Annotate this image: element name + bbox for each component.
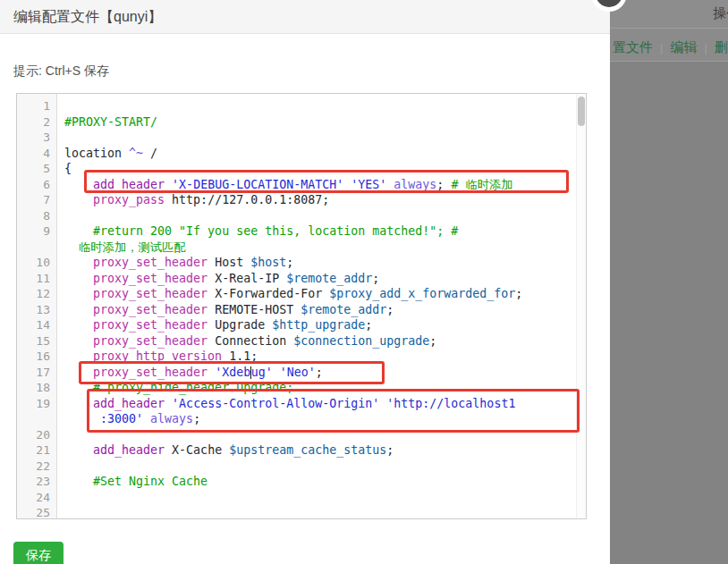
- code-line-text: [57, 208, 576, 224]
- code-line[interactable]: 19 add_header 'Access-Control-Allow-Orig…: [17, 396, 576, 412]
- code-token: [64, 412, 100, 425]
- background-table-header: [610, 0, 728, 28]
- code-token: [64, 381, 93, 394]
- code-line[interactable]: 10 proxy_set_header Host $host;: [17, 255, 576, 271]
- line-number: 22: [17, 459, 57, 475]
- code-line-text: location ^~ /: [57, 146, 576, 162]
- line-number: 20: [17, 427, 57, 443]
- code-line-text: proxy_http_version 1.1;: [57, 349, 576, 365]
- code-token: [64, 193, 93, 206]
- code-line[interactable]: 11 proxy_set_header X-Real-IP $remote_ad…: [17, 271, 576, 287]
- code-line[interactable]: 4location ^~ /: [17, 146, 576, 162]
- code-token: location: [64, 147, 129, 160]
- code-token: [64, 366, 93, 379]
- code-line-text: proxy_set_header Connection $connection_…: [57, 333, 576, 349]
- background-link[interactable]: 编辑: [670, 39, 697, 56]
- code-token: proxy_http_version: [93, 349, 222, 363]
- code-line[interactable]: 22: [17, 459, 576, 475]
- code-token: [165, 397, 172, 410]
- code-line[interactable]: 18 # proxy_hide_header Upgrade;: [17, 380, 576, 396]
- code-token: X-Forwarded-For: [207, 287, 329, 300]
- code-token: ;: [316, 366, 323, 379]
- line-number: 7: [17, 192, 57, 208]
- code-line[interactable]: 8: [17, 208, 576, 224]
- code-token: ;: [386, 443, 394, 457]
- code-token: proxy_set_header: [93, 287, 207, 300]
- line-number: 3: [17, 130, 57, 146]
- code-line[interactable]: :3000' always;: [17, 411, 576, 427]
- editor-scrollbar-thumb[interactable]: [578, 97, 585, 126]
- line-number: [17, 411, 57, 427]
- code-token: #return 200 "If you see this, location m…: [93, 224, 458, 238]
- code-line-text: proxy_set_header Host $host;: [57, 255, 576, 271]
- code-line[interactable]: 14 proxy_set_header Upgrade $http_upgrad…: [17, 317, 576, 333]
- background-link[interactable]: 置文件: [613, 39, 653, 56]
- code-editor[interactable]: 12#PROXY-START/34location ^~ /5{6 add_he…: [16, 93, 587, 519]
- code-token: proxy_set_header: [93, 318, 207, 332]
- line-number: 17: [17, 365, 57, 381]
- code-line[interactable]: 25: [17, 505, 576, 519]
- code-token: # proxy_hide_header Upgrade;: [93, 381, 293, 394]
- code-token: proxy_set_header: [93, 256, 207, 269]
- code-line-text: proxy_set_header X-Forwarded-For $proxy_…: [57, 286, 576, 302]
- code-line-text: proxy_set_header REMOTE-HOST $remote_add…: [57, 302, 576, 318]
- save-button[interactable]: 保存: [13, 542, 63, 564]
- code-line[interactable]: 7 proxy_pass http://127.0.0.1:8087;: [17, 192, 576, 208]
- line-number: 9: [17, 223, 57, 240]
- code-line[interactable]: 23 #Set Nginx Cache: [17, 474, 576, 490]
- code-line[interactable]: 21 add_header X-Cache $upstream_cache_st…: [17, 442, 576, 459]
- line-number: 8: [17, 208, 57, 224]
- code-line[interactable]: 2#PROXY-START/: [17, 114, 576, 130]
- code-token: add_header: [93, 178, 165, 191]
- background-link[interactable]: 删除: [715, 39, 728, 56]
- code-token: ;: [515, 287, 522, 300]
- code-token: 临时添加，测试匹配: [79, 240, 186, 254]
- line-number: 21: [17, 442, 57, 459]
- code-line[interactable]: 15 proxy_set_header Connection $connecti…: [17, 333, 576, 349]
- code-line[interactable]: 1: [17, 98, 576, 114]
- code-token: $upstream_cache_status: [229, 443, 386, 457]
- line-number: 1: [17, 98, 57, 114]
- code-token: proxy_set_header: [93, 334, 207, 348]
- code-line[interactable]: 12 proxy_set_header X-Forwarded-For $pro…: [17, 286, 576, 302]
- code-line[interactable]: 临时添加，测试匹配: [17, 240, 576, 256]
- code-token: ug': [251, 366, 273, 379]
- line-number: 11: [17, 271, 57, 287]
- code-token: $proxy_add_x_forwarded_for: [329, 287, 515, 300]
- code-line[interactable]: 17 proxy_set_header 'Xdebug' 'Neo';: [17, 365, 576, 381]
- code-token: [64, 224, 93, 238]
- code-token: Upgrade: [207, 318, 272, 332]
- code-line[interactable]: 3: [17, 130, 576, 146]
- code-line[interactable]: 6 add_header 'X-DEBUG-LOCATION-MATCH' 'Y…: [17, 177, 576, 193]
- code-line[interactable]: 24: [17, 490, 576, 506]
- code-line-text: add_header 'X-DEBUG-LOCATION-MATCH' 'YES…: [57, 177, 576, 193]
- code-line[interactable]: 13 proxy_set_header REMOTE-HOST $remote_…: [17, 302, 576, 318]
- code-line-text: [57, 427, 576, 443]
- editor-scrollbar-track[interactable]: [576, 94, 586, 518]
- code-line-text: # proxy_hide_header Upgrade;: [57, 380, 576, 396]
- code-token: 1.1;: [222, 349, 258, 363]
- code-token: 'Access-Control-Allow-Origin': [172, 397, 379, 410]
- line-number: 19: [17, 396, 57, 412]
- code-token: always: [150, 412, 193, 425]
- code-line[interactable]: 16 proxy_http_version 1.1;: [17, 349, 576, 365]
- code-token: [64, 318, 93, 332]
- code-token: [64, 240, 79, 254]
- code-line-text: [57, 130, 576, 146]
- line-number: 2: [17, 114, 57, 130]
- code-token: X-Real-IP: [207, 272, 286, 285]
- code-token: proxy_set_header: [93, 366, 207, 379]
- code-token: {: [64, 162, 72, 175]
- code-line[interactable]: 5{: [17, 161, 576, 177]
- code-line-text: :3000' always;: [57, 411, 576, 427]
- code-token: 'X-DEBUG-LOCATION-MATCH': [172, 178, 343, 191]
- code-token: add_header: [93, 397, 165, 410]
- line-number: 16: [17, 349, 57, 365]
- code-line-text: [57, 505, 576, 519]
- code-line-text: proxy_set_header Upgrade $http_upgrade;: [57, 317, 576, 333]
- code-line[interactable]: 20: [17, 427, 576, 443]
- code-token: ;: [386, 303, 394, 316]
- code-line[interactable]: 9 #return 200 "If you see this, location…: [17, 223, 576, 240]
- code-token: [64, 443, 93, 457]
- code-token: proxy_pass: [93, 193, 165, 206]
